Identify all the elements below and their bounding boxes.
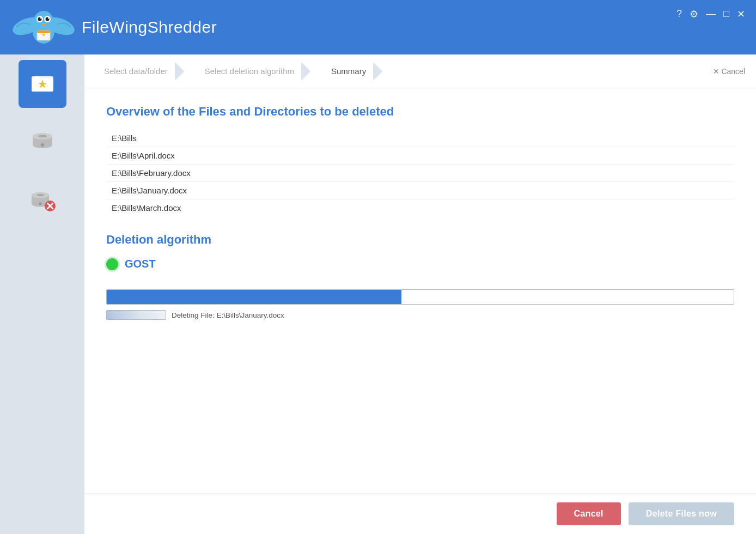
window-controls: ? ⚙ — □ ✕ — [676, 8, 745, 20]
svg-point-26 — [39, 202, 41, 205]
progress-sub-bar — [106, 310, 166, 320]
content-body: Overview of the Files and Directories to… — [84, 88, 756, 493]
help-button[interactable]: ? — [676, 8, 682, 20]
svg-point-3 — [34, 11, 53, 31]
disk-icon — [29, 128, 56, 159]
wizard-step-summary[interactable]: Summary — [309, 54, 381, 88]
close-button[interactable]: ✕ — [737, 8, 745, 20]
app-logo: FileWingShredder — [11, 5, 217, 49]
sidebar-item-disk-delete[interactable] — [19, 178, 66, 226]
progress-bar-outer — [106, 289, 734, 305]
list-item: E:\Bills\February.docx — [106, 165, 734, 182]
bird-icon — [11, 5, 76, 49]
wizard-step-select-algo[interactable]: Select deletion algorithm — [183, 54, 309, 88]
file-list: E:\Bills E:\Bills\April.docx E:\Bills\Fe… — [106, 130, 734, 216]
overview-title: Overview of the Files and Directories to… — [106, 105, 734, 119]
sidebar-item-files[interactable] — [19, 60, 66, 108]
disk-delete-icon — [28, 185, 57, 219]
sidebar — [0, 54, 84, 534]
step-label-summary: Summary — [331, 66, 366, 76]
svg-point-20 — [38, 135, 47, 137]
wizard-cancel-link[interactable]: ✕ Cancel — [713, 54, 745, 88]
sidebar-item-disk[interactable] — [19, 119, 66, 167]
algo-section-title: Deletion algorithm — [106, 233, 734, 247]
main-layout: Select data/folder Select deletion algor… — [0, 54, 756, 534]
progress-bar-inner — [107, 290, 401, 304]
app-name-thin: Shredder — [148, 18, 217, 36]
settings-button[interactable]: ⚙ — [690, 8, 698, 20]
wizard-cancel-label: ✕ Cancel — [713, 67, 745, 76]
svg-point-25 — [36, 193, 44, 196]
algo-name: GOST — [125, 258, 156, 270]
list-item: E:\Bills\April.docx — [106, 147, 734, 165]
titlebar: FileWingShredder ? ⚙ — □ ✕ — [0, 0, 756, 54]
progress-area: Deleting File: E:\Bills\January.docx — [106, 289, 734, 320]
minimize-button[interactable]: — — [706, 8, 716, 20]
content-area: Select data/folder Select deletion algor… — [84, 54, 756, 534]
algo-section: Deletion algorithm GOST — [106, 233, 734, 270]
progress-status-text: Deleting File: E:\Bills\January.docx — [172, 311, 284, 319]
list-item: E:\Bills\January.docx — [106, 182, 734, 199]
app-title: FileWingShredder — [82, 18, 217, 37]
svg-point-9 — [48, 17, 49, 19]
maximize-button[interactable]: □ — [723, 8, 729, 20]
list-item: E:\Bills\March.docx — [106, 199, 734, 216]
cancel-button[interactable]: Cancel — [557, 502, 621, 525]
green-indicator — [106, 258, 118, 270]
delete-files-button[interactable]: Delete Files now — [629, 502, 734, 525]
step-label-select-algo: Select deletion algorithm — [205, 66, 294, 76]
wizard-step-select-data[interactable]: Select data/folder — [95, 54, 183, 88]
svg-point-21 — [41, 143, 44, 147]
svg-rect-12 — [37, 31, 50, 33]
step-label-select-data: Select data/folder — [104, 66, 168, 76]
wizard-nav: Select data/folder Select deletion algor… — [84, 54, 756, 88]
list-item: E:\Bills — [106, 130, 734, 147]
algo-name-row: GOST — [106, 258, 734, 270]
content-footer: Cancel Delete Files now — [84, 493, 756, 534]
progress-sub-row: Deleting File: E:\Bills\January.docx — [106, 310, 734, 320]
app-name-bold: FileWing — [82, 18, 148, 36]
svg-point-8 — [40, 17, 41, 19]
folder-star-icon — [29, 69, 56, 100]
